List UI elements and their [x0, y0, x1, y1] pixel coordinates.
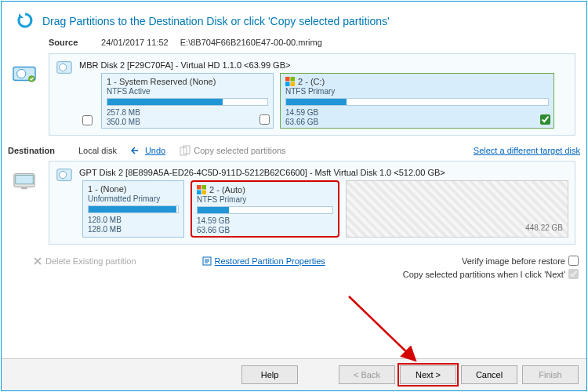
delete-partition-button[interactable]: Delete Existing partition — [33, 256, 136, 266]
source-disk-title: MBR Disk 2 [F29C70FA] - Virtual HD 1.1.0… — [79, 59, 568, 70]
source-disk-card: MBR Disk 2 [F29C70FA] - Virtual HD 1.1.0… — [49, 53, 575, 136]
local-disk-label: Local disk — [78, 146, 117, 155]
select-target-disk-link[interactable]: Select a different target disk — [474, 146, 580, 155]
usage-bar — [107, 98, 268, 106]
svg-rect-18 — [197, 191, 201, 195]
svg-rect-12 — [16, 176, 34, 184]
destination-partition-2[interactable]: 2 - (Auto) NTFS Primary 14.59 GB63.66 GB — [191, 180, 339, 238]
svg-rect-19 — [202, 191, 207, 195]
destination-disk-card: GPT Disk 2 [8E899A5A-ED26-4C5D-911D-5212… — [49, 161, 575, 245]
svg-rect-6 — [291, 77, 296, 82]
partition-name: 2 - (Auto) — [209, 185, 245, 194]
destination-label: Destination — [8, 146, 64, 155]
partition-2-checkbox[interactable] — [540, 114, 550, 125]
source-partition-1[interactable]: 1 - System Reserved (None) NTFS Active 2… — [101, 73, 274, 129]
source-path: E:\8B704F66B2160E47-00-00.mrimg — [180, 38, 322, 47]
svg-rect-7 — [285, 82, 290, 87]
partition-size: 14.59 GB63.66 GB — [197, 216, 333, 234]
partition-size: 128.0 MB128.0 MB — [88, 216, 179, 234]
svg-point-1 — [17, 69, 26, 78]
partition-type: NTFS Active — [107, 87, 268, 96]
svg-rect-8 — [291, 82, 296, 87]
svg-point-2 — [29, 76, 35, 82]
source-meta: Source 24/01/2017 11:52 E:\8B704F66B2160… — [2, 38, 586, 47]
windows-icon — [197, 185, 206, 194]
hdd-icon — [56, 166, 73, 185]
auto-copy-checkbox[interactable] — [568, 269, 579, 279]
copy-selected-button[interactable]: Copy selected partitions — [180, 145, 285, 156]
cancel-button[interactable]: Cancel — [461, 365, 517, 384]
hdd-icon — [56, 59, 73, 78]
verify-image-checkbox[interactable] — [568, 256, 579, 266]
select-all-source-checkbox[interactable] — [82, 115, 93, 125]
svg-point-15 — [60, 171, 67, 178]
next-button[interactable]: Next > — [400, 365, 456, 384]
partition-name: 2 - (C:) — [298, 77, 325, 86]
source-drive-icon — [8, 53, 41, 85]
partition-size: 14.59 GB63.66 GB — [285, 108, 549, 126]
partition-type: NTFS Primary — [285, 87, 549, 96]
partition-type: NTFS Primary — [197, 195, 333, 204]
partition-1-checkbox[interactable] — [260, 114, 270, 125]
destination-toolbar: Destination Local disk Undo Copy selecte… — [8, 145, 580, 156]
verify-image-option[interactable]: Verify image before restore — [462, 256, 579, 266]
page-title: Drag Partitions to the Destination Disk … — [42, 15, 390, 27]
undo-button[interactable]: Undo — [131, 146, 165, 155]
partition-size: 257.8 MB350.0 MB — [107, 108, 268, 126]
back-button[interactable]: < Back — [339, 365, 395, 384]
source-partition-2[interactable]: 2 - (C:) NTFS Primary 14.59 GB63.66 GB — [280, 73, 554, 129]
usage-bar — [88, 205, 179, 213]
partition-name: 1 - (None) — [88, 184, 179, 194]
partition-type: Unformatted Primary — [88, 194, 179, 203]
usage-bar — [285, 98, 549, 106]
page-header: Drag Partitions to the Destination Disk … — [2, 2, 586, 38]
usage-bar — [197, 206, 333, 214]
finish-button[interactable]: Finish — [522, 365, 579, 384]
destination-partition-1[interactable]: 1 - (None) Unformatted Primary 128.0 MB1… — [82, 180, 184, 238]
source-label: Source — [49, 38, 89, 47]
restored-properties-link[interactable]: Restored Partition Properties — [202, 256, 325, 266]
svg-rect-17 — [202, 185, 207, 190]
unallocated-space[interactable]: 448.22 GB — [346, 180, 568, 238]
svg-point-4 — [60, 64, 67, 71]
destination-disk-title: GPT Disk 2 [8E899A5A-ED26-4C5D-911D-5212… — [79, 166, 568, 177]
windows-icon — [285, 77, 295, 86]
restore-icon — [16, 11, 34, 31]
help-button[interactable]: Help — [241, 365, 298, 384]
svg-rect-13 — [21, 187, 27, 190]
button-bar: Help < Back Next > Cancel Finish — [2, 358, 586, 390]
auto-copy-option[interactable]: Copy selected partitions when I click 'N… — [403, 269, 579, 279]
destination-drive-icon — [8, 161, 41, 192]
svg-rect-16 — [197, 185, 201, 190]
svg-rect-5 — [285, 77, 290, 82]
partition-name: 1 - System Reserved (None) — [107, 77, 268, 86]
source-timestamp: 24/01/2017 11:52 — [101, 38, 169, 47]
